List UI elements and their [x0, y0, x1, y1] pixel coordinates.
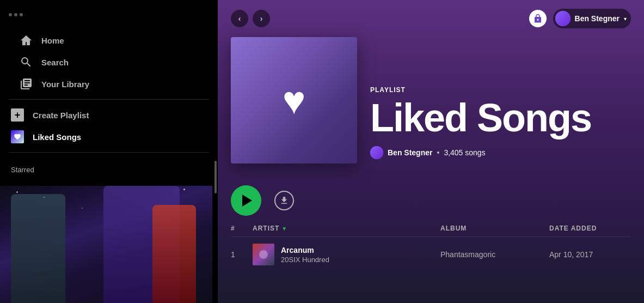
nav-buttons: ‹ ›	[231, 10, 270, 27]
upgrade-button[interactable]	[529, 10, 547, 27]
play-icon	[242, 195, 252, 207]
liked-songs-icon	[11, 130, 24, 143]
table-header: # ARTIST ▼ ALBUM DATE ADDED	[231, 225, 631, 237]
dot-2	[14, 13, 17, 16]
home-icon	[20, 34, 33, 47]
track-album: Phantasmagoric	[440, 250, 549, 259]
back-button[interactable]: ‹	[231, 10, 248, 27]
sidebar-item-liked-songs[interactable]: Liked Songs	[0, 126, 218, 148]
th-album: ALBUM	[440, 225, 549, 232]
dot-1	[9, 13, 12, 16]
sidebar-item-library[interactable]: Your Library	[17, 73, 200, 95]
sidebar-item-search[interactable]: Search	[17, 51, 200, 73]
starred-label: Starred	[0, 157, 218, 178]
main-content: ‹ › Ben Stegner ▾ ♥	[218, 0, 644, 303]
dots-menu[interactable]	[9, 11, 209, 19]
controls-bar	[218, 177, 644, 225]
th-artist-label: ARTIST	[253, 225, 279, 232]
dot-3	[20, 13, 23, 16]
track-art	[253, 244, 274, 265]
sidebar-divider-1	[9, 99, 209, 100]
top-right: Ben Stegner ▾	[529, 9, 631, 28]
th-date-added: DATE ADDED	[549, 225, 631, 232]
user-menu[interactable]: Ben Stegner ▾	[553, 9, 631, 28]
th-number: #	[231, 225, 253, 232]
sort-arrow-icon: ▼	[281, 226, 287, 232]
track-thumbnail	[253, 244, 274, 265]
search-icon	[20, 56, 33, 69]
track-number: 1	[231, 250, 253, 259]
track-cell: Arcanum 20SIX Hundred	[253, 244, 440, 265]
sidebar-item-create-playlist[interactable]: + Create Playlist	[0, 104, 218, 126]
create-playlist-label: Create Playlist	[33, 111, 89, 120]
library-label: Your Library	[41, 80, 89, 89]
library-icon	[20, 77, 33, 90]
download-button[interactable]	[274, 191, 294, 210]
search-label: Search	[41, 58, 69, 67]
track-info: Arcanum 20SIX Hundred	[281, 246, 329, 264]
home-label: Home	[41, 36, 64, 45]
track-name: Arcanum	[281, 246, 329, 254]
avatar	[555, 11, 571, 26]
meta-avatar	[370, 146, 383, 159]
playlist-title: Liked Songs	[370, 98, 631, 137]
scrollbar-thumb[interactable]	[214, 161, 217, 193]
sidebar-item-home[interactable]: Home	[17, 29, 200, 51]
sidebar-divider-2	[9, 152, 209, 153]
user-name: Ben Stegner	[575, 14, 620, 23]
track-date-added: Apr 10, 2017	[549, 250, 631, 259]
th-artist: ARTIST ▼	[253, 225, 440, 232]
top-bar: ‹ › Ben Stegner ▾	[218, 0, 644, 37]
playlist-type-label: PLAYLIST	[370, 86, 631, 94]
playlist-cover: ♥	[231, 37, 357, 163]
heart-icon: ♥	[283, 78, 306, 123]
meta-separator: •	[437, 148, 439, 157]
forward-button[interactable]: ›	[253, 10, 270, 27]
chevron-down-icon: ▾	[624, 16, 627, 22]
playlist-header: ♥ PLAYLIST Liked Songs Ben Stegner • 3,4…	[218, 37, 644, 177]
play-button[interactable]	[231, 185, 261, 216]
plus-icon: +	[11, 108, 24, 122]
table-container: # ARTIST ▼ ALBUM DATE ADDED 1	[218, 225, 644, 303]
playlist-owner: Ben Stegner	[388, 148, 432, 157]
sidebar-top: Home Search Your L	[0, 0, 218, 95]
playlist-song-count: 3,405 songs	[444, 148, 485, 157]
liked-songs-label: Liked Songs	[33, 132, 81, 142]
svg-point-0	[259, 250, 268, 259]
playlist-meta: Ben Stegner • 3,405 songs	[370, 146, 631, 159]
playlist-info: PLAYLIST Liked Songs Ben Stegner • 3,405…	[370, 86, 631, 163]
table-row[interactable]: 1 Arcanum 20SIX Hundred Phantasmagoric A…	[231, 239, 631, 270]
album-art-preview	[0, 186, 212, 303]
sidebar: Home Search Your L	[0, 0, 218, 303]
track-artist: 20SIX Hundred	[281, 256, 329, 264]
